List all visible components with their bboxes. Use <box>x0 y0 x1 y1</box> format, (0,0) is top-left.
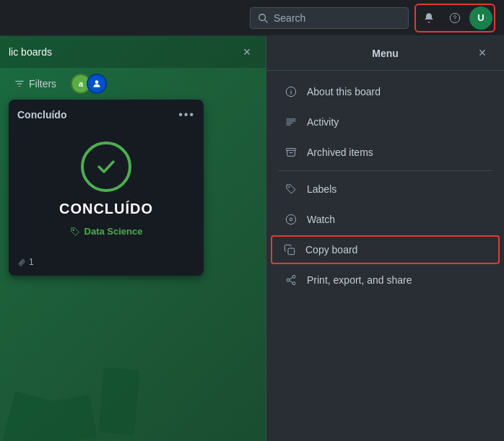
help-button[interactable] <box>443 6 466 30</box>
search-placeholder: Search <box>274 12 305 24</box>
data-science-tag: Data Science <box>70 226 143 237</box>
share-icon <box>284 273 298 287</box>
archived-label: Archived items <box>307 147 373 158</box>
svg-point-15 <box>292 282 295 285</box>
watch-label: Watch <box>307 214 335 225</box>
about-icon <box>284 84 298 99</box>
deco-shape-2 <box>47 394 97 441</box>
board-list: Concluído ••• CONCLUÍDO <box>0 100 266 276</box>
svg-point-3 <box>454 19 455 20</box>
card-header: Concluído ••• <box>17 108 195 121</box>
svg-point-4 <box>95 80 99 84</box>
labels-icon <box>284 182 298 196</box>
svg-line-17 <box>290 281 292 283</box>
svg-point-10 <box>286 214 295 224</box>
tag-label: Data Science <box>84 226 143 237</box>
attachment-count: 1 <box>29 257 34 267</box>
watch-icon <box>284 212 298 227</box>
member-avatars: a <box>71 74 107 94</box>
main-area: lic boards × Filters a <box>0 36 504 441</box>
svg-point-7 <box>290 89 291 90</box>
check-icon <box>93 154 119 180</box>
menu-item-labels[interactable]: Labels <box>272 175 498 204</box>
member-icon <box>92 79 102 89</box>
board-close-button[interactable]: × <box>237 42 257 62</box>
card-footer: 1 <box>17 257 195 267</box>
attachment-icon <box>17 258 26 266</box>
tag-icon <box>70 227 80 237</box>
menu-item-print[interactable]: Print, export, and share <box>272 266 498 294</box>
svg-point-14 <box>287 279 290 281</box>
menu-title: Menu <box>298 48 472 59</box>
svg-rect-8 <box>286 149 295 151</box>
filters-button[interactable]: Filters <box>9 75 62 92</box>
help-icon <box>449 12 461 24</box>
svg-point-11 <box>290 218 292 221</box>
board-card: Concluído ••• CONCLUÍDO <box>9 100 204 276</box>
menu-close-button[interactable]: × <box>472 43 492 64</box>
archive-icon <box>284 145 298 160</box>
print-label: Print, export, and share <box>307 274 412 286</box>
board-decoration <box>0 354 266 441</box>
copy-label: Copy board <box>305 244 357 256</box>
search-icon <box>258 13 268 23</box>
nav-icons-group: U <box>414 4 495 32</box>
card-menu-button[interactable]: ••• <box>178 108 195 121</box>
board-name: lic boards <box>9 46 52 58</box>
menu-divider-1 <box>278 170 492 171</box>
user-avatar-button[interactable]: U <box>469 6 492 30</box>
concluido-text: CONCLUÍDO <box>59 201 153 217</box>
bell-icon <box>423 12 435 24</box>
search-bar[interactable]: Search <box>250 7 409 29</box>
labels-label: Labels <box>307 183 336 195</box>
menu-items: About this board Activity <box>266 71 504 301</box>
notifications-button[interactable] <box>417 6 440 30</box>
menu-item-archived[interactable]: Archived items <box>272 138 498 167</box>
svg-point-5 <box>72 229 74 230</box>
navbar: Search U <box>0 0 504 36</box>
board-header-left: lic boards <box>9 46 52 58</box>
svg-point-13 <box>292 275 295 278</box>
menu-item-about[interactable]: About this board <box>272 77 498 106</box>
svg-point-9 <box>288 186 290 188</box>
svg-rect-12 <box>288 248 295 255</box>
menu-panel: Menu × About this board <box>266 36 504 441</box>
member-avatar-b[interactable] <box>87 74 107 94</box>
card-title: Concluído <box>17 109 66 121</box>
activity-label: Activity <box>307 116 339 128</box>
board-header: lic boards × <box>0 36 266 68</box>
svg-line-16 <box>290 277 292 279</box>
concluido-section: CONCLUÍDO Data Science <box>17 130 195 248</box>
menu-header: Menu × <box>266 36 504 71</box>
svg-line-1 <box>265 19 268 22</box>
filters-label: Filters <box>29 78 56 89</box>
board-area: lic boards × Filters a <box>0 36 266 441</box>
concluido-icon <box>81 141 131 192</box>
about-label: About this board <box>307 86 381 97</box>
filter-icon <box>14 79 25 89</box>
activity-icon <box>284 115 298 129</box>
menu-item-watch[interactable]: Watch <box>272 205 498 234</box>
filters-row: Filters a <box>0 68 266 100</box>
copy-icon <box>282 243 297 257</box>
deco-shape-3 <box>98 367 140 435</box>
menu-item-activity[interactable]: Activity <box>272 108 498 136</box>
menu-item-copy[interactable]: Copy board <box>271 235 500 264</box>
